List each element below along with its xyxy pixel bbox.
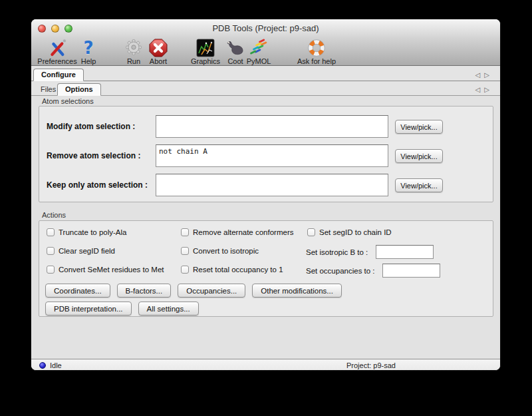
tab-configure[interactable]: Configure bbox=[33, 69, 84, 81]
toolbar-item-preferences[interactable]: Preferences bbox=[37, 38, 76, 65]
checkbox-set-segid-chain[interactable]: Set segID to chain ID bbox=[307, 228, 392, 236]
toolbar-label: Ask for help bbox=[297, 57, 336, 65]
preferences-icon bbox=[47, 38, 67, 58]
checkbox-reset-occupancy[interactable]: Reset total occupancy to 1 bbox=[181, 266, 283, 274]
tab-scroll-left-icon[interactable]: ◁ bbox=[475, 71, 485, 79]
tab-scroll-left-icon[interactable]: ◁ bbox=[475, 86, 485, 93]
occupancies-button[interactable]: Occupancies... bbox=[178, 284, 245, 298]
all-settings-button[interactable]: All settings... bbox=[138, 302, 199, 315]
checkbox-clear-segid[interactable]: Clear segID field bbox=[47, 247, 115, 255]
checkbox-box[interactable] bbox=[47, 247, 55, 255]
checkbox-convert-semet[interactable]: Convert SeMet residues to Met bbox=[47, 266, 164, 274]
tab-scroll-right-icon[interactable]: ▷ bbox=[484, 71, 493, 79]
remove-viewpick-button[interactable]: View/pick... bbox=[395, 149, 443, 163]
keep-only-viewpick-button[interactable]: View/pick... bbox=[395, 178, 443, 192]
toolbar-item-pymol[interactable]: PyMOL bbox=[247, 38, 271, 65]
statusbar: Idle Project: p9-sad bbox=[31, 359, 500, 371]
toolbar-label: Preferences bbox=[37, 57, 76, 65]
window-title: PDB Tools (Project: p9-sad) bbox=[31, 23, 500, 33]
toolbar-label: Abort bbox=[148, 57, 168, 65]
b-factors-button[interactable]: B-factors... bbox=[117, 284, 172, 298]
checkbox-box[interactable] bbox=[181, 266, 189, 274]
set-isotropic-b-input[interactable] bbox=[376, 245, 434, 259]
lifebuoy-icon bbox=[307, 38, 327, 58]
run-gear-icon bbox=[124, 38, 144, 58]
checkbox-truncate-poly-ala[interactable]: Truncate to poly-Ala bbox=[47, 228, 126, 236]
toolbar-label: Coot bbox=[225, 57, 245, 65]
coot-bird-icon bbox=[225, 38, 245, 58]
tab-scroll-right-icon[interactable]: ▷ bbox=[484, 86, 493, 93]
checkbox-label: Clear segID field bbox=[59, 247, 115, 255]
keep-only-selection-label: Keep only atom selection : bbox=[47, 180, 148, 190]
checkbox-label: Convert to isotropic bbox=[193, 247, 259, 255]
status-text: Idle bbox=[50, 361, 62, 369]
checkbox-label: Reset total occupancy to 1 bbox=[193, 266, 283, 274]
toolbar-label: PyMOL bbox=[247, 57, 271, 65]
help-icon: ? bbox=[78, 38, 98, 58]
keep-only-selection-input[interactable] bbox=[156, 174, 388, 196]
pdb-interpretation-button[interactable]: PDB interpretation... bbox=[45, 302, 132, 315]
graphics-icon bbox=[196, 38, 215, 58]
actions-group: Truncate to poly-Ala Clear segID field C… bbox=[39, 220, 493, 317]
tab-files[interactable]: Files bbox=[41, 85, 56, 93]
set-isotropic-b-label: Set isotropic B to : bbox=[306, 248, 368, 256]
status-indicator-icon bbox=[39, 362, 46, 369]
other-modifications-button[interactable]: Other modifications... bbox=[252, 284, 342, 298]
titlebar: PDB Tools (Project: p9-sad) bbox=[31, 19, 500, 37]
set-occupancies-input[interactable] bbox=[382, 264, 440, 278]
toolbar-item-help[interactable]: ? Help bbox=[78, 38, 98, 65]
toolbar-item-graphics[interactable]: Graphics bbox=[191, 38, 220, 65]
group-title-atom-selections: Atom selections bbox=[42, 97, 94, 105]
toolbar: Preferences ? Help R bbox=[31, 37, 500, 66]
coordinates-button[interactable]: Coordinates... bbox=[45, 284, 110, 298]
checkbox-label: Convert SeMet residues to Met bbox=[59, 266, 164, 274]
toolbar-label: Help bbox=[78, 57, 98, 65]
project-text: Project: p9-sad bbox=[346, 361, 396, 369]
checkbox-remove-alt-conformers[interactable]: Remove alternate conformers bbox=[181, 228, 293, 236]
checkbox-convert-isotropic[interactable]: Convert to isotropic bbox=[181, 247, 259, 255]
toolbar-item-run[interactable]: Run bbox=[124, 38, 144, 65]
checkbox-label: Set segID to chain ID bbox=[319, 228, 392, 236]
checkbox-label: Truncate to poly-Ala bbox=[59, 228, 126, 236]
notebook-outer: Configure ◁▷ bbox=[31, 66, 500, 81]
remove-selection-input[interactable]: not chain A bbox=[156, 144, 388, 167]
group-title-actions: Actions bbox=[42, 211, 66, 219]
checkbox-label: Remove alternate conformers bbox=[193, 228, 293, 236]
modify-selection-label: Modify atom selection : bbox=[47, 122, 135, 131]
modify-viewpick-button[interactable]: View/pick... bbox=[395, 120, 443, 134]
atom-selections-group: Modify atom selection : View/pick... Rem… bbox=[39, 106, 493, 202]
modify-selection-input[interactable] bbox=[156, 115, 388, 138]
checkbox-box[interactable] bbox=[307, 228, 315, 236]
toolbar-item-abort[interactable]: Abort bbox=[148, 38, 168, 65]
toolbar-item-ask-for-help[interactable]: Ask for help bbox=[297, 38, 336, 65]
notebook-inner: Files Options ◁▷ bbox=[31, 82, 500, 96]
set-occupancies-label: Set occupancies to : bbox=[306, 267, 375, 275]
toolbar-label: Run bbox=[124, 57, 144, 65]
checkbox-box[interactable] bbox=[181, 247, 189, 255]
checkbox-box[interactable] bbox=[47, 266, 55, 274]
app-window: PDB Tools (Project: p9-sad) Preferences … bbox=[31, 19, 501, 371]
tab-options[interactable]: Options bbox=[57, 83, 101, 96]
toolbar-item-coot[interactable]: Coot bbox=[225, 38, 245, 65]
checkbox-box[interactable] bbox=[47, 228, 55, 236]
pymol-ribbon-icon bbox=[249, 38, 269, 58]
remove-selection-label: Remove atom selection : bbox=[47, 151, 140, 160]
abort-icon bbox=[148, 38, 168, 58]
toolbar-label: Graphics bbox=[191, 57, 220, 65]
checkbox-box[interactable] bbox=[181, 228, 189, 236]
